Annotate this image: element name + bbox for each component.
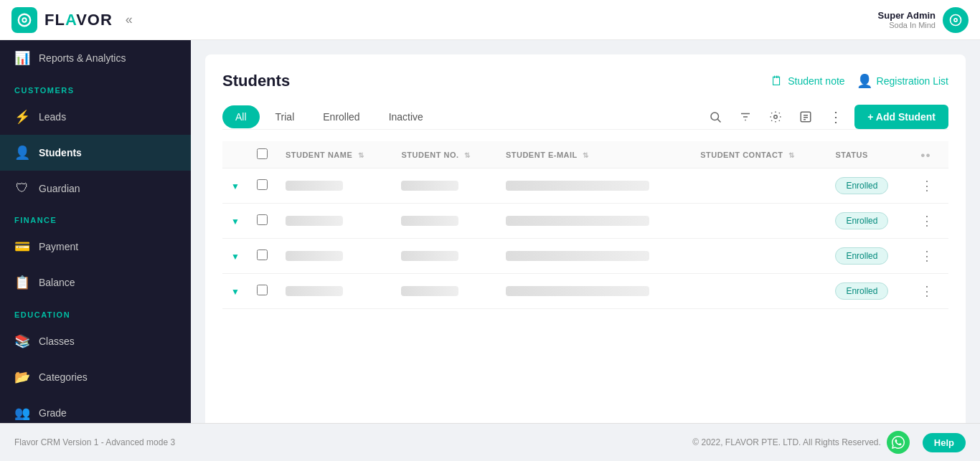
tabs-row: All Trial Enrolled Inactive [222,105,948,130]
sidebar-item-categories-label: Categories [39,371,88,383]
row-menu-cell: ⋮ [912,204,948,239]
categories-icon: 📂 [14,369,30,385]
classes-icon: 📚 [14,333,30,349]
sidebar-item-guardian[interactable]: 🛡 Guardian [0,171,191,206]
col-student-no: STUDENT NO. ⇅ [392,141,496,168]
table-row: ▼ Enrolled [222,274,948,309]
page-title: Students [222,72,290,90]
sidebar-item-balance[interactable]: 📋 Balance [0,265,191,300]
row-student-no [392,239,496,274]
row-status: Enrolled [826,168,912,204]
row-student-no [392,168,496,204]
tabs-group: All Trial Enrolled Inactive [222,105,436,128]
sidebar-item-classes[interactable]: 📚 Classes [0,323,191,359]
grade-icon: 👥 [14,405,30,421]
sidebar-item-categories[interactable]: 📂 Categories [0,359,191,395]
row-expand-cell: ▼ [222,204,248,239]
row-student-name [277,274,393,309]
tab-enrolled[interactable]: Enrolled [310,105,372,128]
search-button[interactable] [704,105,727,128]
sidebar-item-leads[interactable]: ⚡ Leads [0,99,191,135]
svg-point-6 [711,113,719,120]
row-checkbox-cell [248,168,277,204]
status-badge: Enrolled [835,282,888,300]
user-name: Super Admin [878,10,936,21]
row-menu-cell: ⋮ [912,274,948,309]
students-card: Students 🗒 Student note 👤 Registration L… [205,54,966,423]
student-note-icon: 🗒 [771,74,783,89]
row-status: Enrolled [826,239,912,274]
settings-button[interactable] [764,105,787,128]
sidebar-item-guardian-label: Guardian [39,183,80,194]
sidebar-item-payment[interactable]: 💳 Payment [0,229,191,265]
row-checkbox[interactable] [257,285,268,295]
main-content: Students 🗒 Student note 👤 Registration L… [191,40,980,423]
col-student-name: STUDENT NAME ⇅ [277,141,393,168]
sidebar-item-grade[interactable]: 👥 Grade [0,395,191,423]
row-checkbox[interactable] [257,179,268,190]
row-menu-button[interactable]: ⋮ [920,179,933,193]
add-student-button[interactable]: + Add Student [854,105,948,129]
user-company: Soda In Mind [878,21,936,29]
registration-list-link[interactable]: 👤 Registration List [857,73,948,89]
row-expand-button[interactable]: ▼ [231,287,240,297]
row-student-name [277,239,393,274]
students-icon: 👤 [14,145,30,161]
sidebar-section-education: EDUCATION [0,300,191,323]
row-expand-cell: ▼ [222,168,248,204]
user-avatar[interactable] [943,7,969,33]
row-student-contact [692,204,826,239]
row-student-no [392,274,496,309]
student-note-link[interactable]: 🗒 Student note [771,74,844,89]
sidebar-item-students[interactable]: 👤 Students [0,135,191,171]
row-student-contact [692,274,826,309]
students-header-actions: 🗒 Student note 👤 Registration List [771,73,948,89]
svg-line-7 [718,119,721,122]
row-expand-button[interactable]: ▼ [231,181,240,191]
svg-point-2 [23,19,26,22]
row-checkbox[interactable] [257,214,268,225]
sidebar-item-leads-label: Leads [39,111,66,123]
more-options-button[interactable]: ⋮ [824,105,847,128]
col-student-email: STUDENT E-MAIL ⇅ [497,141,692,168]
tab-trial[interactable]: Trial [263,105,308,128]
logo-icon [11,7,37,33]
row-student-email [497,274,692,309]
sidebar-item-classes-label: Classes [39,336,75,347]
filter-button[interactable] [734,105,757,128]
export-button[interactable] [794,105,817,128]
row-checkbox-cell [248,204,277,239]
row-student-contact [692,168,826,204]
sidebar-item-reports[interactable]: 📊 Reports & Analytics [0,40,191,76]
student-note-label: Student note [788,75,844,87]
row-student-contact [692,239,826,274]
collapse-sidebar-button[interactable]: « [126,12,133,27]
row-status: Enrolled [826,274,912,309]
logo-area: FLAVOR « [11,7,133,33]
row-menu-button[interactable]: ⋮ [920,284,933,298]
reports-icon: 📊 [14,50,30,66]
row-expand-button[interactable]: ▼ [231,217,240,227]
col-status: STATUS [826,141,912,168]
row-expand-button[interactable]: ▼ [231,252,240,262]
col-student-contact: STUDENT CONTACT ⇅ [692,141,826,168]
table-row: ▼ Enrolled [222,168,948,204]
row-checkbox-cell [248,274,277,309]
footer-version: Flavor CRM Version 1 - Advanced mode 3 [14,437,175,447]
row-student-name [277,168,393,204]
row-menu-button[interactable]: ⋮ [920,214,933,228]
help-button[interactable]: Help [923,433,966,452]
tab-all[interactable]: All [222,105,260,128]
tab-inactive[interactable]: Inactive [376,105,436,128]
tabs-toolbar: ⋮ + Add Student [704,105,948,129]
logo-brand-text: FLAVOR [44,11,113,29]
footer-copyright: © 2022, FLAVOR PTE. LTD. All Rights Rese… [692,437,881,447]
select-all-checkbox[interactable] [257,148,268,159]
row-checkbox[interactable] [257,249,268,260]
row-menu-button[interactable]: ⋮ [920,249,933,263]
whatsapp-button[interactable] [887,431,910,454]
row-student-name [277,204,393,239]
row-student-email [497,239,692,274]
status-badge: Enrolled [835,177,888,194]
guardian-icon: 🛡 [14,181,30,196]
